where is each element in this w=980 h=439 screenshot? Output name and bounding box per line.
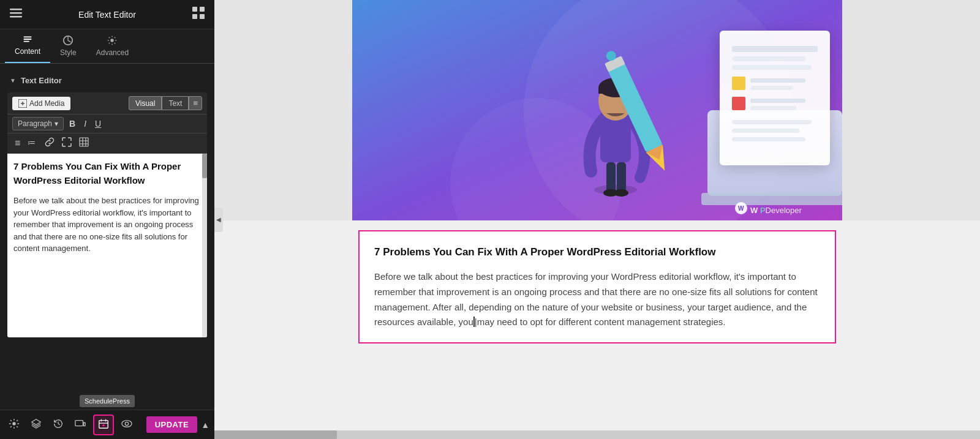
tab-style[interactable]: Style [50,30,86,63]
canvas-area: W PDeveloper W 7 Problems You Can Fix Wi… [214,0,980,362]
icon-row: ≡ ≔ [7,133,207,154]
text-editor-area: Add Media Visual Text ≡ Paragraph ▾ B I … [7,92,207,337]
top-bar: Edit Text Editor [0,0,214,29]
svg-rect-1 [10,12,22,14]
svg-rect-34 [750,86,793,90]
svg-rect-33 [750,78,805,83]
preview-icon[interactable] [118,416,136,434]
svg-rect-32 [732,77,745,90]
ordered-list-icon[interactable]: ≔ [25,136,40,151]
svg-rect-5 [192,14,197,19]
format-options-button[interactable]: ≡ [189,96,202,110]
svg-point-20 [102,424,105,426]
article-text-block[interactable]: 7 Problems You Can Fix With A Proper Wor… [358,230,836,343]
svg-rect-27 [701,193,842,205]
hero-image: W PDeveloper W [352,0,842,220]
editor-title: Edit Text Editor [78,10,136,20]
svg-rect-3 [192,7,197,12]
update-button[interactable]: UPDATE [146,416,197,433]
article-main-body: Before we talk about the best practices … [374,269,820,330]
left-panel: Edit Text Editor Content Style Advanced … [0,0,214,439]
schedulepress-icon[interactable] [93,415,114,435]
grid-icon[interactable] [192,7,205,22]
svg-rect-39 [732,129,799,133]
history-icon[interactable] [49,416,67,434]
svg-point-8 [111,39,114,42]
svg-rect-36 [750,99,805,103]
article-body-editor: Before we talk about the best practices … [13,195,201,255]
responsive-icon[interactable] [71,416,89,434]
editor-scrollbar[interactable] [202,154,207,337]
section-header[interactable]: ▼ Text Editor [0,71,214,90]
paragraph-dropdown[interactable]: Paragraph ▾ [12,117,64,130]
svg-rect-30 [732,56,805,61]
svg-text:W
            PDeveloper: W PDeveloper [750,206,802,215]
bold-button[interactable]: B [66,118,78,130]
svg-rect-42 [606,162,616,193]
svg-rect-17 [75,420,83,426]
collapse-icon[interactable]: ▼ [10,77,16,84]
svg-rect-0 [10,9,22,10]
svg-point-22 [125,422,128,425]
italic-button[interactable]: I [81,118,89,130]
svg-rect-11 [80,138,88,146]
svg-rect-29 [732,46,818,52]
svg-rect-2 [10,16,22,18]
svg-rect-31 [732,65,812,70]
visual-tab[interactable]: Visual [129,96,162,110]
unordered-list-icon[interactable]: ≡ [12,137,23,150]
hamburger-icon[interactable] [10,7,22,22]
expand-icon[interactable]: ▲ [201,420,209,430]
svg-rect-4 [200,7,205,12]
format-bar: Paragraph ▾ B I U [7,114,207,133]
text-cursor: | [473,317,477,327]
svg-rect-18 [83,422,85,426]
tabs-bar: Content Style Advanced [0,29,214,64]
text-tab[interactable]: Text [162,96,189,110]
svg-rect-38 [732,120,812,124]
article-heading-editor: 7 Problems You Can Fix With A Proper Wor… [13,160,201,187]
layers-icon[interactable] [27,416,45,434]
svg-point-16 [12,422,15,425]
panel-content: ▼ Text Editor Add Media Visual Text ≡ [0,64,214,410]
svg-rect-37 [750,106,796,110]
underline-button[interactable]: U [92,118,104,130]
editor-scrollbar-thumb[interactable] [202,154,207,178]
editor-topbar: Add Media Visual Text ≡ [7,92,207,114]
dropdown-arrow-icon: ▾ [55,119,58,128]
visual-text-tab-group: Visual Text ≡ [129,96,202,110]
svg-text:W: W [738,205,744,212]
editor-text-content[interactable]: 7 Problems You Can Fix With A Proper Wor… [7,154,207,337]
main-content: W PDeveloper W 7 Problems You Can Fix Wi… [214,0,980,439]
schedulepress-tooltip: SchedulePress [80,395,135,407]
link-icon[interactable] [42,136,57,151]
horizontal-scrollbar[interactable] [214,430,980,439]
svg-rect-43 [617,162,626,193]
article-main-heading: 7 Problems You Can Fix With A Proper Wor… [374,244,820,261]
fullscreen-icon[interactable] [59,136,74,151]
horizontal-scrollbar-thumb[interactable] [214,430,337,439]
settings-icon[interactable] [5,416,23,434]
svg-rect-35 [732,97,745,110]
svg-text:≔: ≔ [28,138,36,147]
tab-content[interactable]: Content [5,29,50,63]
tab-advanced[interactable]: Advanced [86,30,138,63]
svg-rect-6 [200,14,205,19]
bottom-toolbar: SchedulePress UPDATE ▲ [0,410,214,439]
section-title: Text Editor [21,76,62,85]
collapse-panel-arrow[interactable]: ◀ [214,208,223,232]
table-icon[interactable] [77,136,91,151]
svg-point-45 [614,189,628,197]
add-media-button[interactable]: Add Media [12,97,70,110]
svg-rect-40 [732,137,805,141]
svg-point-21 [122,420,132,427]
